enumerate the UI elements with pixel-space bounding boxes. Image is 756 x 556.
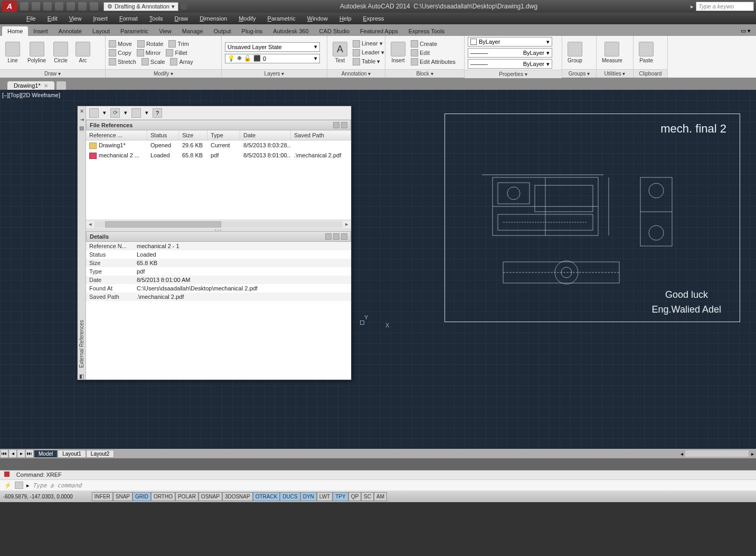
column-header[interactable]: Reference ... xyxy=(86,130,147,140)
toggle-infer[interactable]: INFER xyxy=(92,492,113,501)
polyline-button[interactable]: Polyline xyxy=(25,41,48,64)
refresh-dropdown-icon[interactable]: ▾ xyxy=(124,109,127,116)
search-chevron-icon[interactable]: ▸ xyxy=(691,3,694,10)
hscroll-right-icon[interactable]: ▸ xyxy=(749,451,756,457)
menu-dimension[interactable]: Dimension xyxy=(194,14,232,23)
menu-draw[interactable]: Draw xyxy=(169,14,193,23)
pdf-underlay[interactable]: mech. final 2 xyxy=(445,114,740,322)
edit-attributes-button[interactable]: Edit Attributes xyxy=(411,58,456,65)
array-button[interactable]: Array xyxy=(170,58,193,65)
list-view-icon[interactable] xyxy=(333,122,339,128)
linear-button[interactable]: Linear ▾ xyxy=(353,40,384,48)
ribbon-tab-express-tools[interactable]: Express Tools xyxy=(403,26,450,36)
text-button[interactable]: AText xyxy=(330,41,349,64)
layer-state-combo[interactable]: Unsaved Layer State▾ xyxy=(225,42,320,52)
toggle-sc[interactable]: SC xyxy=(361,492,374,501)
palette-menu-icon[interactable]: ▤ xyxy=(79,125,85,131)
toggle-tpy[interactable]: TPY xyxy=(333,492,348,501)
saveas-icon[interactable] xyxy=(55,2,63,11)
mirror-button[interactable]: Mirror xyxy=(137,49,161,56)
column-header[interactable]: Date xyxy=(240,130,291,140)
close-tab-icon[interactable]: ✕ xyxy=(44,83,48,89)
layout-scrollbar[interactable] xyxy=(685,450,749,457)
layout-next-icon[interactable]: ▸ xyxy=(17,449,25,458)
workspace-dropdown-icon[interactable] xyxy=(181,3,187,10)
move-button[interactable]: Move xyxy=(109,40,132,48)
ribbon-tab-cad-studio[interactable]: CAD Studio xyxy=(314,26,355,36)
line-button[interactable]: Line xyxy=(3,41,22,64)
save-icon[interactable] xyxy=(43,2,52,11)
hscroll-left-icon[interactable]: ◂ xyxy=(678,451,685,457)
ribbon-tab-plug-ins[interactable]: Plug-ins xyxy=(237,26,268,36)
column-header[interactable]: Status xyxy=(147,130,179,140)
table-button[interactable]: Table ▾ xyxy=(353,58,384,65)
details-view-icon[interactable] xyxy=(325,233,332,240)
scale-button[interactable]: Scale xyxy=(141,58,165,65)
toggle-snap[interactable]: SNAP xyxy=(113,492,133,501)
layout-last-icon[interactable]: ⏭ xyxy=(25,449,34,458)
stretch-button[interactable]: Stretch xyxy=(109,58,136,65)
toggle-ducs[interactable]: DUCS xyxy=(280,492,300,501)
ribbon-collapse-icon[interactable]: ▭ ▾ xyxy=(735,26,756,36)
menu-view[interactable]: View xyxy=(64,14,87,23)
menu-tools[interactable]: Tools xyxy=(144,14,168,23)
lineweight-combo[interactable]: ———ByLayer▾ xyxy=(468,59,552,69)
arc-button[interactable]: Arc xyxy=(73,41,92,64)
help-icon[interactable]: ? xyxy=(153,108,162,118)
menu-help[interactable]: Help xyxy=(334,14,357,23)
refresh-icon[interactable]: ⟳ xyxy=(110,108,120,118)
view-controls[interactable]: [–][Top][2D Wireframe] xyxy=(2,92,60,98)
file-reference-row[interactable]: Drawing1*Opened29.6 KBCurrent8/5/2013 8:… xyxy=(86,140,351,150)
color-combo[interactable]: ByLayer▾ xyxy=(468,37,552,46)
layout-tab-layout2[interactable]: Layout2 xyxy=(86,450,115,458)
paste-button[interactable]: Paste xyxy=(637,41,656,64)
layout-tab-layout1[interactable]: Layout1 xyxy=(58,450,86,458)
edit-button[interactable]: Edit xyxy=(411,49,456,56)
toggle-polar[interactable]: POLAR xyxy=(175,492,199,501)
insert-button[interactable]: Insert xyxy=(389,41,408,64)
toggle-dyn[interactable]: DYN xyxy=(300,492,317,501)
ribbon-tab-manage[interactable]: Manage xyxy=(177,26,209,36)
new-tab-button[interactable] xyxy=(56,81,66,90)
menu-express[interactable]: Express xyxy=(358,14,390,23)
layout-tab-model[interactable]: Model xyxy=(34,450,58,458)
trim-button[interactable]: Trim xyxy=(168,40,189,48)
preview-icon[interactable] xyxy=(333,233,339,240)
column-header[interactable]: Saved Path xyxy=(291,130,351,140)
toggle-ortho[interactable]: ORTHO xyxy=(151,492,175,501)
search-input[interactable]: Type a keywo xyxy=(696,2,754,11)
ribbon-tab-annotate[interactable]: Annotate xyxy=(53,26,87,36)
tree-view-icon[interactable] xyxy=(131,108,141,118)
group-button[interactable]: Group xyxy=(565,41,584,64)
ribbon-tab-home[interactable]: Home xyxy=(2,26,28,36)
new-icon[interactable] xyxy=(20,2,29,11)
menu-modify[interactable]: Modify xyxy=(233,14,261,23)
ribbon-tab-view[interactable]: View xyxy=(154,26,177,36)
linetype-combo[interactable]: ———ByLayer▾ xyxy=(468,48,552,58)
document-tab[interactable]: Drawing1*✕ xyxy=(7,81,54,90)
copy-button[interactable]: Copy xyxy=(109,49,131,56)
print-icon[interactable] xyxy=(67,2,75,11)
collapse-icon[interactable] xyxy=(341,233,347,240)
toggle-grid[interactable]: GRID xyxy=(133,492,151,501)
menu-file[interactable]: File xyxy=(21,14,41,23)
open-icon[interactable] xyxy=(32,2,40,11)
layout-prev-icon[interactable]: ◂ xyxy=(8,449,17,458)
ribbon-tab-parametric[interactable]: Parametric xyxy=(115,26,154,36)
ribbon-tab-layout[interactable]: Layout xyxy=(87,26,115,36)
app-logo[interactable]: A xyxy=(2,1,17,12)
file-references-grid[interactable]: Drawing1*Opened29.6 KBCurrent8/5/2013 8:… xyxy=(86,140,351,220)
close-cmd-icon[interactable] xyxy=(4,472,10,477)
column-header[interactable]: Size xyxy=(179,130,207,140)
menu-edit[interactable]: Edit xyxy=(42,14,63,23)
file-reference-row[interactable]: mechanical 2 ...Loaded65.8 KBpdf8/5/2013… xyxy=(86,150,351,161)
ribbon-tab-autodesk-360[interactable]: Autodesk 360 xyxy=(268,26,314,36)
toggle-qp[interactable]: QP xyxy=(348,492,361,501)
rotate-button[interactable]: Rotate xyxy=(137,40,163,48)
redo-icon[interactable] xyxy=(90,2,98,11)
toggle-am[interactable]: AM xyxy=(374,492,387,501)
column-header[interactable]: Type xyxy=(207,130,240,140)
ribbon-tab-insert[interactable]: Insert xyxy=(28,26,53,36)
horizontal-scrollbar[interactable]: ◂▸ xyxy=(86,220,351,228)
toggle-otrack[interactable]: OTRACK xyxy=(253,492,280,501)
